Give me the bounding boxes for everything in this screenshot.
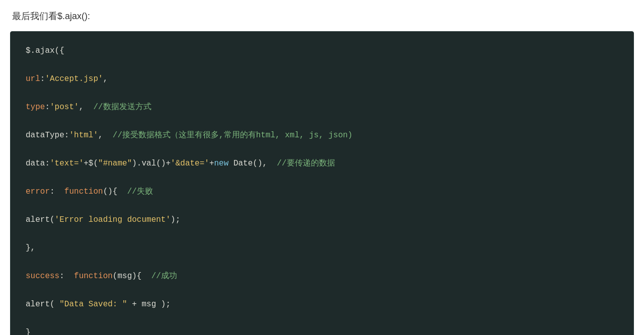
code-line: alert( ″Data Saved: ″ + msg ); <box>26 297 618 311</box>
code-line-empty <box>26 114 618 128</box>
code-block: $.ajax({ url:'Accept.jsp', type:'post', … <box>10 31 634 335</box>
code-line-empty <box>26 227 618 241</box>
code-line: alert('Error loading document'); <box>26 213 618 227</box>
code-line: url:'Accept.jsp', <box>26 72 618 86</box>
code-line: dataType:'html', //接受数据格式（这里有很多,常用的有html… <box>26 128 618 142</box>
intro-text: 最后我们看$.ajax(): <box>10 10 634 22</box>
code-line: success: function(msg){ //成功 <box>26 269 618 283</box>
code-line-empty <box>26 86 618 100</box>
code-line: data:'text='+$(″#name″).val()+'&date='+n… <box>26 156 618 171</box>
code-line-empty <box>26 58 618 72</box>
code-line: type:'post', //数据发送方式 <box>26 100 618 114</box>
code-line: }, <box>26 241 618 255</box>
code-line: error: function(){ //失败 <box>26 185 618 199</box>
code-line-empty <box>26 283 618 297</box>
code-line-empty <box>26 142 618 156</box>
code-line-empty <box>26 171 618 185</box>
code-line: } <box>26 325 618 335</box>
code-line: $.ajax({ <box>26 44 618 58</box>
code-line-empty <box>26 311 618 325</box>
page-container: 最后我们看$.ajax(): $.ajax({ url:'Accept.jsp'… <box>0 0 644 335</box>
code-line-empty <box>26 199 618 213</box>
code-line-empty <box>26 255 618 269</box>
